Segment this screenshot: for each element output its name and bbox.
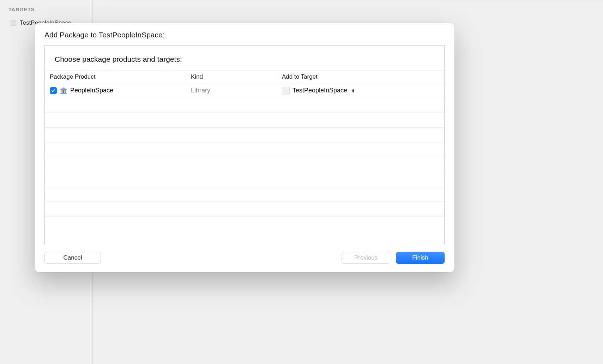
product-name: PeopleInSpace — [70, 87, 113, 94]
product-checkbox[interactable] — [50, 87, 57, 94]
sheet-footer: Cancel Previous Finish — [35, 244, 454, 272]
table-row — [45, 128, 444, 142]
products-table: Package Product Kind Add to Target 🏛️ Pe… — [45, 71, 444, 244]
column-header-kind[interactable]: Kind — [186, 71, 277, 83]
table-row — [45, 142, 444, 157]
cancel-button[interactable]: Cancel — [44, 252, 101, 264]
cell-target[interactable]: TestPeopleInSpace ▲▼ — [277, 83, 444, 98]
target-app-icon — [282, 87, 290, 95]
cell-kind: Library — [186, 83, 277, 98]
table-row — [45, 113, 444, 128]
check-icon — [51, 88, 56, 93]
table-row — [45, 172, 444, 187]
library-icon: 🏛️ — [60, 87, 67, 94]
table-row[interactable]: 🏛️ PeopleInSpace Library TestPeopleInSpa… — [45, 83, 444, 98]
previous-button[interactable]: Previous — [342, 252, 390, 264]
table-body: 🏛️ PeopleInSpace Library TestPeopleInSpa… — [45, 83, 444, 244]
column-header-target[interactable]: Add to Target — [277, 71, 444, 83]
add-package-sheet: Add Package to TestPeopleInSpace: Choose… — [35, 23, 454, 272]
table-row — [45, 157, 444, 172]
sheet-title: Add Package to TestPeopleInSpace: — [35, 23, 454, 46]
table-row — [45, 202, 444, 217]
content-divider — [112, 0, 603, 0]
target-select-stepper-icon[interactable]: ▲▼ — [351, 89, 355, 93]
target-name: TestPeopleInSpace — [293, 87, 347, 94]
sidebar-section-title: TARGETS — [0, 6, 92, 17]
cell-product: 🏛️ PeopleInSpace — [45, 83, 186, 98]
column-header-product[interactable]: Package Product — [45, 71, 186, 83]
sheet-body: Choose package products and targets: Pac… — [44, 46, 445, 244]
table-header: Package Product Kind Add to Target — [45, 71, 444, 83]
app-icon — [11, 20, 16, 26]
sheet-subtitle: Choose package products and targets: — [45, 46, 444, 71]
table-row — [45, 98, 444, 113]
finish-button[interactable]: Finish — [396, 252, 445, 264]
table-row — [45, 187, 444, 202]
